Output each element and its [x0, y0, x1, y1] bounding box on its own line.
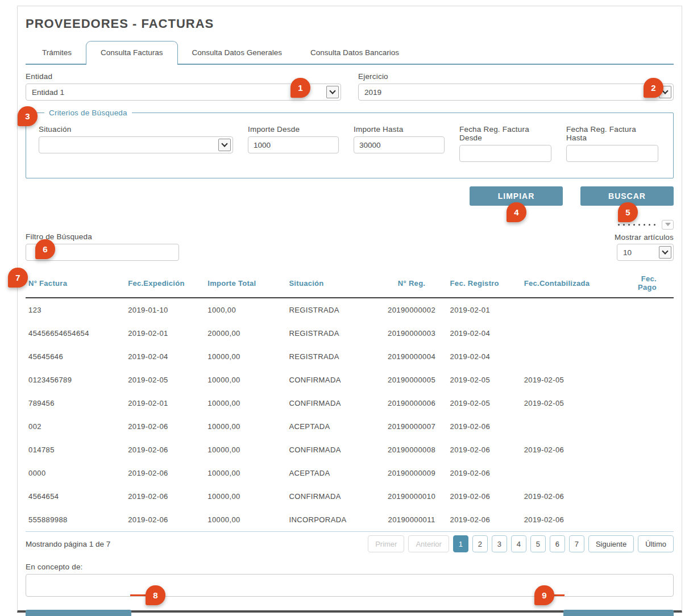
col-header-n-reg: N° Reg.: [376, 269, 447, 298]
cell-n-factura: 0123456789: [26, 368, 125, 392]
tab-bar: Trámites Consulta Facturas Consulta Dato…: [26, 41, 674, 65]
col-header-importe-total: Importe Total: [205, 269, 286, 298]
cell-fec-pago: [619, 345, 674, 368]
chevron-down-icon: [326, 86, 339, 98]
cell-n-reg: 20190000005: [376, 368, 447, 392]
dots-dropdown-button[interactable]: [662, 220, 674, 230]
situacion-select[interactable]: [39, 136, 233, 153]
importe-hasta-input[interactable]: [354, 136, 445, 153]
page-number-button[interactable]: 4: [511, 535, 526, 552]
cell-fec-expedicion: 2019-02-04: [125, 345, 205, 368]
ejercicio-select[interactable]: 2019: [358, 84, 674, 101]
cell-n-factura: 45645646: [26, 345, 125, 368]
cell-n-reg: 20190000004: [376, 345, 447, 368]
table-row[interactable]: 555889988 2019-02-06 10000,00 INCORPORAD…: [26, 508, 674, 532]
cell-importe-total: 10000,00: [205, 461, 286, 485]
cell-fec-contabilizada: 2019-02-05: [521, 368, 619, 392]
tab-consulta-datos-bancarios[interactable]: Consulta Datos Bancarios: [296, 41, 413, 64]
tab-consulta-datos-generales[interactable]: Consulta Datos Generales: [178, 41, 296, 64]
cell-fec-expedicion: 2019-02-06: [125, 508, 205, 532]
fecha-reg-desde-input[interactable]: [459, 145, 551, 162]
table-row[interactable]: 0000 2019-02-06 10000,00 ACEPTADA 201900…: [26, 461, 674, 485]
table-header-row: N° Factura Fec.Expedición Importe Total …: [26, 269, 674, 298]
table-row[interactable]: 123 2019-01-10 1000,00 REGISTRADA 201900…: [26, 298, 674, 322]
anterior-page-button: Anterior: [408, 535, 449, 552]
invoice-table-body: 123 2019-01-10 1000,00 REGISTRADA 201900…: [26, 298, 674, 532]
entidad-selected-value: Entidad 1: [32, 88, 64, 97]
criterios-busqueda-fieldset: Criterios de Búsqueda Situación Importe …: [26, 109, 674, 178]
tab-consulta-facturas[interactable]: Consulta Facturas: [86, 41, 178, 65]
cell-importe-total: 10000,00: [205, 392, 286, 415]
cell-fec-expedicion: 2019-02-05: [125, 368, 205, 392]
cell-situacion: REGISTRADA: [286, 298, 376, 322]
cell-importe-total: 10000,00: [205, 415, 286, 438]
callout-badge-2: 2: [644, 78, 663, 98]
cell-importe-total: 1000,00: [205, 298, 286, 322]
cell-fec-pago: [619, 485, 674, 508]
cell-fec-registro: 2019-02-05: [447, 368, 521, 392]
cell-fec-pago: [619, 322, 674, 345]
cell-fec-pago: [619, 508, 674, 532]
cell-fec-contabilizada: 2019-02-06: [521, 508, 619, 532]
tab-tramites[interactable]: Trámites: [28, 41, 86, 64]
ejercicio-selected-value: 2019: [364, 88, 381, 97]
cell-situacion: INCORPORADA: [286, 508, 376, 532]
cell-situacion: ACEPTADA: [286, 415, 376, 438]
col-header-fec-pago: Fec. Pago: [619, 269, 674, 298]
expedientes-button[interactable]: EXPEDIENTES: [26, 610, 131, 616]
cell-fec-contabilizada: 2019-02-06: [521, 438, 619, 461]
cell-n-factura: 002: [26, 415, 125, 438]
callout-badge-8: 8: [146, 585, 165, 605]
cell-n-factura: 123: [26, 298, 125, 322]
table-row[interactable]: 002 2019-02-06 10000,00 ACEPTADA 2019000…: [26, 415, 674, 438]
importe-desde-label: Importe Desde: [248, 125, 339, 134]
mostrar-articulos-label: Mostrar artículos: [615, 233, 674, 242]
cell-fec-registro: 2019-02-06: [447, 415, 521, 438]
cell-fec-pago: [619, 438, 674, 461]
table-row[interactable]: 0123456789 2019-02-05 10000,00 CONFIRMAD…: [26, 368, 674, 392]
cell-n-factura: 4564654: [26, 485, 125, 508]
cell-fec-registro: 2019-02-06: [447, 508, 521, 532]
siguiente-page-button[interactable]: Siguiente: [588, 535, 634, 552]
proveedores-facturas-window: PROVEEDORES - FACTURAS Trámites Consulta…: [17, 6, 682, 613]
ultimo-page-button[interactable]: Último: [638, 535, 674, 552]
cell-n-reg: 20190000003: [376, 322, 447, 345]
cell-importe-total: 20000,00: [205, 322, 286, 345]
fecha-reg-hasta-input[interactable]: [566, 145, 658, 162]
page-number-button[interactable]: 2: [472, 535, 488, 552]
callout-badge-9: 9: [534, 585, 554, 605]
page-number-button[interactable]: 5: [530, 535, 546, 552]
cell-n-reg: 20190000007: [376, 415, 447, 438]
page-number-button[interactable]: 1: [453, 535, 468, 552]
cell-fec-pago: [619, 415, 674, 438]
callout-badge-1: 1: [290, 78, 310, 98]
cell-n-reg: 20190000009: [376, 461, 447, 485]
cell-situacion: CONFIRMADA: [286, 368, 376, 392]
fecha-reg-hasta-label: Fecha Reg. Factura Hasta: [566, 125, 658, 142]
table-row[interactable]: 789456 2019-02-01 10000,00 CONFIRMADA 20…: [26, 392, 674, 415]
table-row[interactable]: 4564654 2019-02-06 10000,00 CONFIRMADA 2…: [26, 485, 674, 508]
table-row[interactable]: 014785 2019-02-06 10000,00 CONFIRMADA 20…: [26, 438, 674, 461]
cell-situacion: CONFIRMADA: [286, 438, 376, 461]
page-number-button[interactable]: 3: [492, 535, 507, 552]
cell-n-reg: 20190000011: [376, 508, 447, 532]
callout-badge-3: 3: [18, 106, 38, 126]
cell-importe-total: 10000,00: [205, 438, 286, 461]
page-number-button[interactable]: 7: [569, 535, 584, 552]
mostrar-articulos-select[interactable]: 10: [617, 244, 674, 261]
table-row[interactable]: 45645646 2019-02-04 10000,00 REGISTRADA …: [26, 345, 674, 368]
page-number-button[interactable]: 6: [550, 535, 565, 552]
col-header-situacion: Situación: [286, 269, 376, 298]
en-concepto-de-label: En concepto de:: [26, 563, 674, 571]
mostrar-articulos-selected-value: 10: [623, 248, 632, 257]
callout-connector: [553, 594, 565, 596]
table-row[interactable]: 45456654654654 2019-02-01 20000,00 REGIS…: [26, 322, 674, 345]
cell-fec-registro: 2019-02-04: [447, 345, 521, 368]
callout-connector: [130, 594, 147, 596]
cell-fec-pago: [619, 368, 674, 392]
cerrar-button[interactable]: CERRAR: [563, 610, 674, 616]
en-concepto-de-textarea[interactable]: [26, 574, 674, 597]
importe-desde-input[interactable]: [248, 136, 339, 153]
cell-n-reg: 20190000010: [376, 485, 447, 508]
cell-importe-total: 10000,00: [205, 368, 286, 392]
